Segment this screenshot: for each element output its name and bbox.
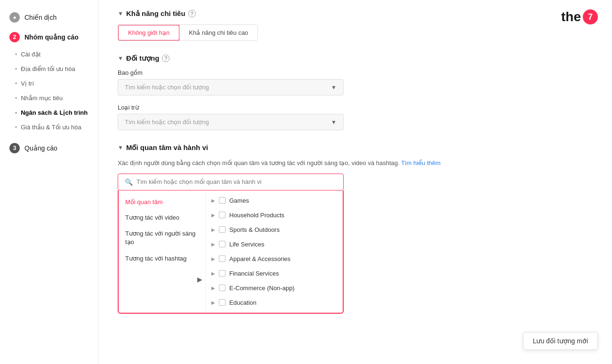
sidebar-label-gia-thau: Giá thầu & Tối ưu hóa (21, 124, 81, 131)
right-item-ecommerce[interactable]: ▶ E-Commerce (Non-app) (206, 281, 343, 295)
right-item-education[interactable]: ▶ Education (206, 295, 343, 310)
right-item-sports[interactable]: ▶ Sports & Outdoors (206, 222, 343, 237)
exclude-chevron-icon: ▼ (331, 119, 337, 126)
games-label: Games (229, 197, 249, 204)
spending-section-header: ▼ Khả năng chi tiêu ? (118, 9, 593, 18)
interest-collapse-arrow[interactable]: ▼ (118, 144, 123, 151)
include-chevron-icon: ▼ (331, 84, 337, 91)
sidebar-label-quang-cao: Quảng cáo (24, 144, 57, 152)
spending-info-icon[interactable]: ? (188, 10, 196, 17)
left-item-tuong-tac-video[interactable]: Tương tác với video (119, 210, 205, 225)
left-panel: Mối quan tâm Tương tác với video Tương t… (119, 190, 206, 313)
financial-label: Financial Services (229, 270, 279, 277)
spending-btn-high[interactable]: Khả năng chi tiêu cao (179, 25, 258, 40)
left-item-label-tuong-tac-video: Tương tác với video (125, 214, 179, 221)
right-panel: ▶ Games ▶ Household Products ▶ Sports & … (206, 190, 343, 313)
apparel-expand-icon[interactable]: ▶ (211, 256, 215, 261)
left-item-label-tuong-tac-nguoi-sang-tao: Tương tác với người sáng tạo (125, 229, 199, 246)
financial-expand-icon[interactable]: ▶ (211, 271, 215, 276)
exclude-placeholder: Tìm kiếm hoặc chọn đối tượng (125, 119, 209, 126)
games-expand-icon[interactable]: ▶ (211, 198, 215, 203)
left-item-tuong-tac-nguoi-sang-tao[interactable]: Tương tác với người sáng tạo (119, 225, 205, 251)
main-content: the 7 ▼ Khả năng chi tiêu ? Không giới h… (99, 0, 612, 364)
audience-title: Đối tượng (126, 54, 160, 63)
apparel-checkbox[interactable] (219, 255, 225, 262)
spending-btn-unlimited[interactable]: Không giới hạn (118, 24, 180, 41)
sidebar-item-nham-muc-tieu[interactable]: Nhắm mục tiêu (0, 91, 98, 105)
logo-area: the 7 (561, 9, 598, 24)
household-label: Household Products (229, 212, 284, 219)
ecommerce-label: E-Commerce (Non-app) (229, 285, 295, 292)
life-services-label: Life Services (229, 241, 264, 248)
life-services-expand-icon[interactable]: ▶ (211, 242, 215, 247)
financial-checkbox[interactable] (219, 270, 225, 277)
logo-text: the (561, 9, 581, 24)
exclude-select[interactable]: Tìm kiếm hoặc chọn đối tượng ▼ (118, 114, 344, 130)
sidebar-label-nham-muc-tieu: Nhắm mục tiêu (21, 95, 63, 102)
life-services-checkbox[interactable] (219, 241, 225, 247)
spending-collapse-arrow[interactable]: ▼ (118, 10, 123, 17)
right-item-household[interactable]: ▶ Household Products (206, 208, 343, 222)
interest-section-header: ▼ Mối quan tâm và hành vi (118, 143, 593, 152)
sports-label: Sports & Outdoors (229, 226, 280, 233)
sidebar-item-ngan-sach[interactable]: Ngân sách & Lịch trình (0, 105, 98, 120)
right-item-games[interactable]: ▶ Games (206, 193, 343, 208)
sidebar-label-vi-tri: Vị trí (21, 80, 34, 87)
spending-section: ▼ Khả năng chi tiêu ? Không giới hạn Khả… (118, 9, 593, 41)
exclude-label: Loại trừ (118, 104, 593, 111)
interest-dropdown-panel: Mối quan tâm Tương tác với video Tương t… (118, 190, 344, 314)
audience-section: ▼ Đối tượng ? Bao gồm Tìm kiếm hoặc chọn… (118, 54, 593, 130)
left-item-label-tuong-tac-hashtag: Tương tác với hashtag (125, 255, 186, 262)
ecommerce-checkbox[interactable] (219, 285, 225, 291)
sidebar-item-vi-tri[interactable]: Vị trí (0, 76, 98, 91)
logo-num: 7 (583, 9, 598, 24)
education-checkbox[interactable] (219, 299, 225, 306)
include-select[interactable]: Tìm kiếm hoặc chọn đối tượng ▼ (118, 79, 344, 95)
step-num-1: ● (9, 12, 20, 23)
sidebar-item-nhom-quang-cao[interactable]: 2 Nhóm quảng cáo (0, 27, 98, 47)
sports-checkbox[interactable] (219, 226, 225, 233)
sidebar-label-ngan-sach: Ngân sách & Lịch trình (21, 109, 88, 116)
audience-collapse-arrow[interactable]: ▼ (118, 55, 123, 62)
sidebar-label-cai-dat: Cài đặt (21, 51, 40, 58)
audience-section-header: ▼ Đối tượng ? (118, 54, 593, 63)
interest-section: ▼ Mối quan tâm và hành vi Xác định người… (118, 143, 593, 314)
sidebar-item-gia-thau[interactable]: Giá thầu & Tối ưu hóa (0, 120, 98, 135)
search-icon: 🔍 (125, 178, 133, 186)
step-num-2: 2 (9, 32, 20, 42)
household-checkbox[interactable] (219, 212, 225, 218)
sidebar-label-chien-dich: Chiến dịch (24, 14, 56, 21)
interest-search-input[interactable] (137, 178, 337, 185)
household-expand-icon[interactable]: ▶ (211, 213, 215, 218)
right-item-life-services[interactable]: ▶ Life Services (206, 237, 343, 252)
sports-expand-icon[interactable]: ▶ (211, 227, 215, 232)
panel-expand-arrow[interactable]: ▶ (197, 276, 202, 283)
left-item-label-moi-quan-tam: Mối quan tâm (125, 198, 163, 206)
sidebar-label-dia-diem: Địa điểm tối ưu hóa (21, 65, 75, 72)
games-checkbox[interactable] (219, 197, 225, 204)
right-item-financial[interactable]: ▶ Financial Services (206, 266, 343, 281)
education-expand-icon[interactable]: ▶ (211, 300, 215, 305)
sidebar: ● Chiến dịch 2 Nhóm quảng cáo Cài đặt Đị… (0, 0, 99, 364)
left-item-tuong-tac-hashtag[interactable]: Tương tác với hashtag (119, 251, 205, 266)
learn-more-link[interactable]: Tìm hiểu thêm (401, 159, 441, 166)
sidebar-item-chien-dich[interactable]: ● Chiến dịch (0, 8, 98, 27)
include-placeholder: Tìm kiếm hoặc chọn đối tượng (125, 84, 209, 91)
save-button[interactable]: Lưu đối tượng mới (523, 332, 598, 350)
include-label: Bao gồm (118, 69, 593, 76)
education-label: Education (229, 299, 257, 306)
interest-description: Xác định người dùng bằng cách chọn mối q… (118, 158, 447, 168)
interest-title: Mối quan tâm và hành vi (126, 143, 208, 152)
sidebar-item-cai-dat[interactable]: Cài đặt (0, 47, 98, 62)
right-item-apparel[interactable]: ▶ Apparel & Accessories (206, 252, 343, 266)
spending-title: Khả năng chi tiêu (126, 9, 185, 18)
apparel-label: Apparel & Accessories (229, 255, 290, 262)
sidebar-item-quang-cao[interactable]: 3 Quảng cáo (0, 138, 98, 158)
sidebar-label-nhom-quang-cao: Nhóm quảng cáo (24, 33, 79, 41)
step-num-3: 3 (9, 143, 20, 153)
audience-info-icon[interactable]: ? (162, 55, 169, 62)
ecommerce-expand-icon[interactable]: ▶ (211, 285, 215, 291)
left-item-moi-quan-tam[interactable]: Mối quan tâm (119, 194, 205, 210)
sidebar-item-dia-diem[interactable]: Địa điểm tối ưu hóa (0, 62, 98, 76)
interest-search-box[interactable]: 🔍 (118, 174, 344, 190)
